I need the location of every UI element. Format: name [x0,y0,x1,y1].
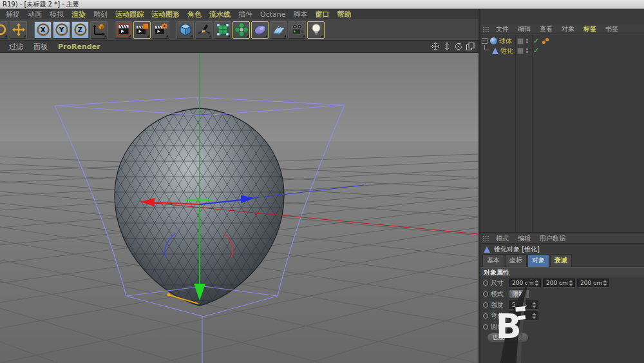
viewport-menu-filter[interactable]: 过滤 [4,42,28,52]
move-tool-icon [12,23,26,37]
menu-help[interactable]: 帮助 [334,10,355,19]
tab-basic[interactable]: 基本 [482,254,504,267]
collapse-toggle-icon[interactable] [482,38,488,44]
render-picture-viewer-button[interactable] [133,21,151,39]
draw-spline-button[interactable] [195,21,213,39]
panel-handle-icon[interactable] [482,235,489,241]
viewport-menu-prorender[interactable]: ProRender [53,43,106,51]
menu-window[interactable]: 窗口 [312,10,334,19]
layer-chip[interactable] [517,38,524,44]
size-x-field[interactable]: 200 cm [509,279,541,288]
keyframe-circle-icon[interactable] [483,291,488,297]
render-view-button[interactable] [115,21,132,39]
enabled-check-icon[interactable]: ✓ [533,36,539,46]
tab-coordinates[interactable]: 坐标 [505,254,527,267]
render-settings-button[interactable] [152,21,169,39]
tree-connector [484,45,489,50]
om-menu-edit[interactable]: 编辑 [514,25,535,34]
keyframe-circle-icon[interactable] [483,313,488,319]
lock-z-axis-button[interactable]: Z [71,21,89,39]
menu-script[interactable]: 脚本 [290,10,312,19]
menu-sculpt[interactable]: 雕刻 [90,10,111,19]
strength-label: 强度 [491,300,509,309]
spinner-icon[interactable] [535,280,539,286]
render-view-icon [117,23,131,37]
rotate-view-icon[interactable] [454,42,463,51]
enabled-check-icon[interactable]: ✓ [533,46,539,55]
om-menu-view[interactable]: 查看 [536,25,556,34]
object-name[interactable]: 锥化 [500,46,513,55]
keyframe-circle-icon[interactable] [483,280,488,286]
window-titlebar[interactable]: R19) - [未标题 2 *] - 主要 [0,0,644,9]
phong-tag-icon[interactable] [542,38,551,44]
deformer-icon [234,23,249,37]
menu-simulate[interactable]: 模拟 [46,10,68,19]
size-row: 尺寸 200 cm 200 cm 200 cm [480,277,644,288]
tab-falloff[interactable]: 衰减 [550,254,572,267]
om-menu-bookmarks[interactable]: 书签 [601,25,622,34]
floor-button[interactable] [270,21,287,39]
window-title: R19) - [未标题 2 *] - 主要 [3,1,79,8]
menu-character[interactable]: 角色 [184,10,205,19]
coordinate-system-button[interactable] [90,21,108,39]
mode-label: 模式 [491,289,509,299]
camera-icon [290,23,305,37]
menu-mograph[interactable]: 运动图形 [147,10,184,19]
menu-motion-tracker[interactable]: 运动跟踪 [111,10,147,19]
move-tool-button[interactable] [10,21,27,39]
am-menu-edit[interactable]: 编辑 [514,234,535,243]
fillet-checkbox[interactable] [509,323,516,331]
am-menu-mode[interactable]: 模式 [492,234,513,243]
light-button[interactable] [307,21,325,39]
taper-object-icon [492,48,498,54]
attribute-menubar: 模式 编辑 用户数据 [480,233,644,244]
render-settings-icon [154,23,168,37]
visibility-dots[interactable] [526,38,528,44]
spinner-icon[interactable] [569,280,573,286]
viewport-menubar: 过滤 面板 ProRender [0,41,478,53]
object-row-taper[interactable]: 锥化 ✓ [480,46,513,55]
visibility-dots[interactable] [526,48,528,54]
menu-snap[interactable]: 捕捉 [2,10,24,19]
spinner-icon[interactable] [532,313,536,319]
size-y-field[interactable]: 200 cm [543,279,575,288]
rotate-tool-button[interactable] [0,21,8,39]
keyframe-circle-icon[interactable] [483,302,488,308]
pan-view-icon[interactable] [431,42,440,51]
deformer-button[interactable] [232,21,250,39]
panel-handle-icon[interactable] [482,26,489,32]
om-menu-file[interactable]: 文件 [492,25,513,34]
add-cube-primitive-button[interactable] [176,21,194,39]
strength-field[interactable]: 50 % [509,300,538,309]
viewport-menu-panel[interactable]: 面板 [28,42,53,52]
environment-object-button[interactable] [251,21,269,39]
am-menu-userdata[interactable]: 用户数据 [536,234,569,243]
lock-y-axis-button[interactable]: Y [53,21,70,39]
menu-render[interactable]: 渲染 [68,10,90,19]
attribute-title: 锥化对象 [锥化] [494,245,540,254]
curvature-field[interactable]: 0 % [509,311,538,320]
subdivision-surface-button[interactable] [214,21,231,39]
viewport-3d[interactable] [0,53,478,363]
menu-plugins[interactable]: 插件 [234,10,256,19]
light-bulb-icon [309,23,323,37]
menu-animate[interactable]: 动画 [24,10,46,19]
fillet-label: 圆角 [491,322,509,331]
size-z-field[interactable]: 200 cm [577,279,609,288]
spinner-icon[interactable] [532,302,536,308]
om-menu-objects[interactable]: 对象 [558,25,578,34]
object-name[interactable]: 球体 [499,37,512,46]
fit-to-parent-button[interactable]: 匹配到父级 [487,333,529,342]
camera-button[interactable] [289,21,306,39]
menu-octane[interactable]: Octane [256,10,290,19]
tab-object[interactable]: 对象 [527,254,549,267]
toggle-view-icon[interactable] [466,42,475,51]
mode-dropdown[interactable]: 限制 [509,289,530,299]
layer-chip[interactable] [517,48,524,54]
spinner-icon[interactable] [603,280,607,286]
keyframe-circle-icon[interactable] [483,324,488,329]
dolly-view-icon[interactable] [442,42,451,51]
om-menu-tags[interactable]: 标签 [580,25,600,34]
menu-pipeline[interactable]: 流水线 [205,10,234,19]
lock-x-axis-button[interactable]: X [34,21,52,39]
